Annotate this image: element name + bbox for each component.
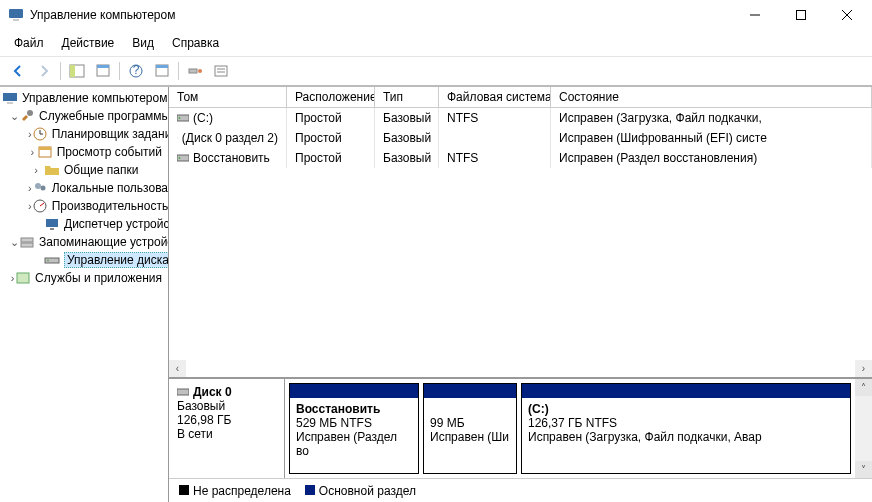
- scroll-down-icon[interactable]: ˅: [855, 461, 872, 478]
- users-icon: [32, 180, 48, 196]
- volume-row[interactable]: (C:)ПростойБазовыйNTFSИсправен (Загрузка…: [169, 108, 872, 128]
- storage-icon: [19, 234, 35, 250]
- tree-performance[interactable]: › Производительность: [0, 197, 168, 215]
- menu-action[interactable]: Действие: [54, 32, 123, 54]
- tree-label: Служебные программы: [39, 109, 169, 123]
- clock-icon: [32, 126, 48, 142]
- volume-fs: NTFS: [439, 148, 551, 168]
- tree-system-tools[interactable]: ⌄ Служебные программы: [0, 107, 168, 125]
- col-status[interactable]: Состояние: [551, 87, 872, 107]
- col-type[interactable]: Тип: [375, 87, 439, 107]
- menu-view[interactable]: Вид: [124, 32, 162, 54]
- partition-title: (C:): [528, 402, 549, 416]
- tree-services[interactable]: › Службы и приложения: [0, 269, 168, 287]
- col-fs[interactable]: Файловая система: [439, 87, 551, 107]
- partition[interactable]: (C:)126,37 ГБ NTFSИсправен (Загрузка, Фа…: [521, 383, 851, 474]
- properties-button[interactable]: [91, 60, 115, 82]
- disk-size: 126,98 ГБ: [177, 413, 276, 427]
- volume-status: Исправен (Загрузка, Файл подкачки,: [551, 108, 872, 128]
- show-hide-tree-button[interactable]: [65, 60, 89, 82]
- volume-name: Восстановить: [193, 151, 270, 165]
- event-icon: [37, 144, 53, 160]
- partition-status: Исправен (Раздел во: [296, 430, 397, 458]
- partition[interactable]: Восстановить529 МБ NTFSИсправен (Раздел …: [289, 383, 419, 474]
- scroll-track[interactable]: [186, 360, 855, 377]
- partition-size: 126,37 ГБ NTFS: [528, 416, 617, 430]
- tree-root[interactable]: Управление компьютером (локальным): [0, 89, 168, 107]
- disk-info[interactable]: Диск 0 Базовый 126,98 ГБ В сети: [169, 379, 285, 478]
- disk-type: Базовый: [177, 399, 276, 413]
- scroll-right-icon[interactable]: ›: [855, 360, 872, 377]
- volume-status: Исправен (Шифрованный (EFI) систе: [551, 128, 872, 148]
- device-icon: [44, 216, 60, 232]
- tree-task-scheduler[interactable]: › Планировщик заданий: [0, 125, 168, 143]
- expand-icon[interactable]: ›: [28, 164, 44, 176]
- partition-header: [522, 384, 850, 398]
- scroll-left-icon[interactable]: ‹: [169, 360, 186, 377]
- drive-icon: [177, 132, 178, 144]
- col-layout[interactable]: Расположение: [287, 87, 375, 107]
- tree-shared-folders[interactable]: › Общие папки: [0, 161, 168, 179]
- volume-name: (Диск 0 раздел 2): [182, 131, 278, 145]
- volume-row[interactable]: (Диск 0 раздел 2)ПростойБазовыйИсправен …: [169, 128, 872, 148]
- tree-label: Общие папки: [64, 163, 138, 177]
- partition-size: 529 МБ NTFS: [296, 416, 372, 430]
- help-button[interactable]: ?: [124, 60, 148, 82]
- drive-icon: [177, 112, 189, 124]
- volume-type: Базовый: [375, 108, 439, 128]
- disk-icon: [177, 386, 189, 398]
- svg-point-39: [179, 117, 181, 119]
- partition-title: Восстановить: [296, 402, 380, 416]
- svg-rect-20: [7, 102, 13, 104]
- partition-status: Исправен (Ши: [430, 430, 509, 444]
- expand-icon[interactable]: ›: [28, 146, 37, 158]
- content-pane: Том Расположение Тип Файловая система Со…: [169, 87, 872, 502]
- volume-layout: Простой: [287, 108, 375, 128]
- col-volume[interactable]: Том: [169, 87, 287, 107]
- tree-local-users[interactable]: › Локальные пользователи и группы: [0, 179, 168, 197]
- partition[interactable]: 99 МБИсправен (Ши: [423, 383, 517, 474]
- disk-icon: [44, 252, 60, 268]
- partition-header: [290, 384, 418, 398]
- partition-status: Исправен (Загрузка, Файл подкачки, Авар: [528, 430, 762, 444]
- menu-help[interactable]: Справка: [164, 32, 227, 54]
- volume-layout: Простой: [287, 148, 375, 168]
- maximize-button[interactable]: [778, 0, 824, 30]
- legend-label: Не распределена: [193, 484, 291, 498]
- workspace: Управление компьютером (локальным) ⌄ Слу…: [0, 86, 872, 502]
- h-scrollbar[interactable]: ‹ ›: [169, 360, 872, 377]
- svg-rect-19: [3, 93, 17, 101]
- partitions: Восстановить529 МБ NTFSИсправен (Раздел …: [285, 379, 855, 478]
- collapse-icon[interactable]: ⌄: [10, 236, 19, 249]
- titlebar: Управление компьютером: [0, 0, 872, 30]
- svg-point-27: [35, 183, 41, 189]
- volume-list[interactable]: Том Расположение Тип Файловая система Со…: [169, 87, 872, 378]
- volume-fs: NTFS: [439, 108, 551, 128]
- tree-device-manager[interactable]: Диспетчер устройств: [0, 215, 168, 233]
- column-headers[interactable]: Том Расположение Тип Файловая система Со…: [169, 87, 872, 108]
- swatch-blue: [305, 485, 315, 495]
- disk-name: Диск 0: [193, 385, 232, 399]
- tools-icon: [19, 108, 35, 124]
- menu-file[interactable]: Файл: [6, 32, 52, 54]
- forward-button[interactable]: [32, 60, 56, 82]
- collapse-icon[interactable]: ⌄: [10, 110, 19, 123]
- tree-storage[interactable]: ⌄ Запоминающие устройства: [0, 233, 168, 251]
- window-title: Управление компьютером: [30, 8, 732, 22]
- tree-disk-management[interactable]: Управление дисками: [0, 251, 168, 269]
- partition-size: 99 МБ: [430, 416, 465, 430]
- nav-tree[interactable]: Управление компьютером (локальным) ⌄ Слу…: [0, 87, 169, 502]
- legend: Не распределена Основной раздел: [169, 478, 872, 502]
- settings-button[interactable]: [209, 60, 233, 82]
- refresh-button[interactable]: [150, 60, 174, 82]
- toolbar: ?: [0, 56, 872, 86]
- close-button[interactable]: [824, 0, 870, 30]
- volume-row[interactable]: ВосстановитьПростойБазовыйNTFSИсправен (…: [169, 148, 872, 168]
- scroll-up-icon[interactable]: ˄: [855, 379, 872, 396]
- svg-point-21: [27, 110, 33, 116]
- tree-event-viewer[interactable]: › Просмотр событий: [0, 143, 168, 161]
- action-button[interactable]: [183, 60, 207, 82]
- minimize-button[interactable]: [732, 0, 778, 30]
- back-button[interactable]: [6, 60, 30, 82]
- v-scrollbar[interactable]: ˄ ˅: [855, 379, 872, 478]
